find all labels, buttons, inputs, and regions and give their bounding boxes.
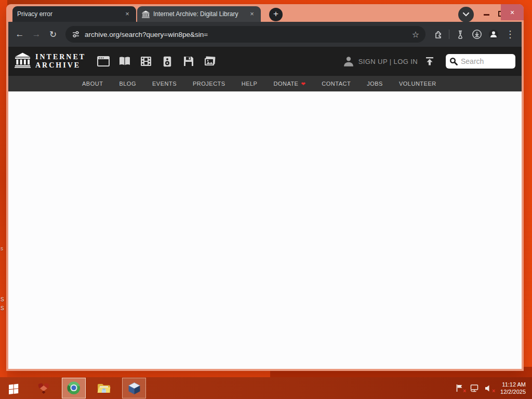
taskbar: × × 11:12 AM 12/2/2025 (0, 377, 532, 399)
red-box-app-icon (36, 381, 51, 395)
download-icon[interactable] (470, 27, 484, 42)
tab-close-icon[interactable]: × (123, 10, 131, 18)
desktop-icon-label-fragment: s (1, 246, 3, 251)
page-viewport: INTERNET ARCHIVE (8, 47, 522, 369)
bookmark-star-icon[interactable]: ☆ (409, 30, 422, 39)
nav-help[interactable]: HELP (242, 81, 258, 87)
browser-window: Privacy error × Internet (6, 4, 524, 371)
chevron-down-icon (462, 12, 470, 17)
taskbar-chrome-button[interactable] (62, 378, 86, 398)
file-explorer-icon (97, 381, 111, 395)
action-center-flag-icon[interactable]: × (455, 383, 464, 393)
browser-toolbar: ← → ↻ archive.org/search?query=win8pe&si… (8, 22, 522, 47)
profile-avatar-icon[interactable] (486, 27, 501, 42)
nav-volunteer[interactable]: VOLUNTEER (399, 81, 436, 87)
taskbar-virtualbox-button[interactable] (122, 378, 146, 398)
windows-logo-icon (7, 382, 20, 394)
flask-icon[interactable] (453, 27, 468, 42)
menu-kebab-icon[interactable]: ⋮ (503, 27, 517, 42)
back-button[interactable]: ← (12, 27, 27, 42)
site-settings-tune-icon[interactable] (72, 30, 80, 38)
internet-archive-wordmark[interactable]: INTERNET ARCHIVE (35, 53, 86, 70)
taskbar-clock[interactable]: 11:12 AM 12/2/2025 (498, 381, 526, 396)
internet-archive-logo-icon[interactable] (15, 52, 31, 70)
desktop: s S S Privacy error × (0, 0, 532, 399)
nav-blog[interactable]: BLOG (119, 81, 136, 87)
minimize-button[interactable] (484, 14, 489, 16)
tab-title: Privacy error (17, 10, 119, 18)
audio-icon[interactable] (161, 56, 174, 67)
search-input[interactable]: Search (446, 54, 515, 69)
signup-login-link[interactable]: SIGN UP | LOG IN (358, 58, 418, 65)
images-icon[interactable] (204, 56, 216, 67)
desktop-icon-label-fragment: S (1, 297, 4, 302)
chrome-icon (66, 381, 81, 395)
browser-titlebar[interactable]: Privacy error × Internet (6, 4, 524, 22)
header-account-area: SIGN UP | LOG IN (343, 54, 515, 69)
reload-button[interactable]: ↻ (46, 27, 60, 42)
close-window-button[interactable]: × (501, 4, 524, 20)
internet-archive-navbar: ABOUT BLOG EVENTS PROJECTS HELP DONATE❤ … (8, 76, 522, 91)
page-content-blank (8, 91, 522, 369)
nav-jobs[interactable]: JOBS (367, 81, 383, 87)
nav-about[interactable]: ABOUT (82, 81, 103, 87)
person-icon (343, 56, 354, 67)
software-icon[interactable] (182, 56, 195, 67)
address-bar[interactable]: archive.org/search?query=win8pe&sin= ☆ (65, 26, 425, 43)
tab-privacy-error[interactable]: Privacy error × (12, 6, 136, 22)
internet-archive-header: INTERNET ARCHIVE (8, 47, 522, 76)
virtualbox-icon (127, 381, 141, 395)
media-type-menu (97, 56, 216, 67)
clock-date: 12/2/2025 (500, 388, 526, 395)
tab-internet-archive[interactable]: Internet Archive: Digital Library × (137, 6, 261, 22)
heart-icon: ❤ (301, 81, 305, 87)
upload-icon[interactable] (425, 57, 434, 66)
search-icon (449, 57, 458, 65)
tab-title: Internet Archive: Digital Library (153, 10, 244, 18)
tab-close-icon[interactable]: × (248, 10, 256, 18)
search-placeholder: Search (461, 57, 484, 65)
nav-projects[interactable]: PROJECTS (193, 81, 225, 87)
taskbar-file-explorer-button[interactable] (92, 378, 116, 398)
volume-muted-icon[interactable]: × (484, 383, 494, 393)
tab-search-button[interactable] (458, 7, 474, 22)
video-icon[interactable] (140, 56, 152, 67)
new-tab-button[interactable]: + (269, 8, 283, 21)
forward-button[interactable]: → (29, 27, 44, 42)
system-tray: × × 11:12 AM 12/2/2025 (455, 381, 530, 396)
url-text[interactable]: archive.org/search?query=win8pe&sin= (85, 31, 404, 38)
extensions-puzzle-icon[interactable] (431, 27, 445, 42)
start-button[interactable] (2, 378, 25, 398)
clock-time: 11:12 AM (500, 381, 526, 388)
nav-contact[interactable]: CONTACT (322, 81, 351, 87)
nav-donate[interactable]: DONATE❤ (273, 81, 305, 87)
internet-archive-favicon-icon (142, 10, 150, 18)
network-monitor-icon[interactable] (469, 383, 479, 393)
taskbar-red-box-app-button[interactable] (32, 378, 56, 398)
nav-events[interactable]: EVENTS (152, 81, 177, 87)
texts-icon[interactable] (118, 56, 131, 67)
desktop-icon-label-fragment: S (1, 306, 4, 311)
toolbar-separator (449, 30, 449, 39)
web-icon[interactable] (97, 56, 110, 67)
